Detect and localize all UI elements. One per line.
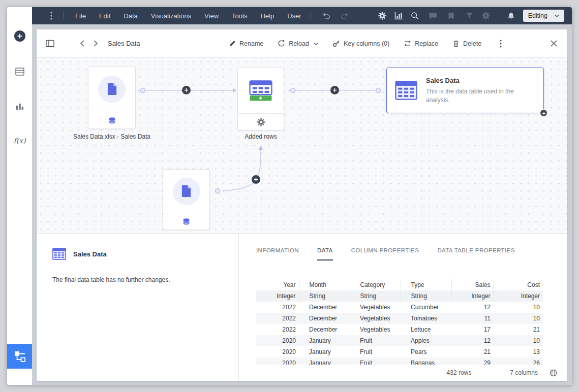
close-canvas-button[interactable]	[551, 40, 557, 47]
tab-information[interactable]: INFORMATION	[256, 247, 299, 260]
column-header[interactable]: Category	[350, 279, 401, 290]
column-header[interactable]: Type	[401, 279, 451, 290]
tab-column-properties[interactable]: COLUMN PROPERTIES	[351, 247, 419, 260]
table-details-panel: INFORMATION DATA COLUMN PROPERTIES DATA …	[239, 234, 567, 381]
canvas-title: Sales Data	[108, 40, 140, 47]
settings-button[interactable]	[377, 11, 387, 21]
search-button[interactable]	[410, 11, 420, 21]
forward-button[interactable]	[90, 39, 101, 49]
source-node-sales-data-xlsx[interactable]	[88, 66, 136, 129]
divider	[64, 12, 64, 19]
file-circle	[98, 76, 126, 103]
source-node-secondary[interactable]	[163, 169, 210, 230]
menu-data[interactable]: Data	[124, 12, 137, 20]
data-table-icon	[395, 80, 417, 101]
data-canvas[interactable]: Sales Data.xlsx - Sales Data	[37, 58, 567, 234]
comments-button[interactable]	[428, 11, 438, 21]
functions-icon: f(x)	[14, 137, 26, 145]
functions-button[interactable]: f(x)	[14, 136, 25, 145]
menu-view[interactable]: View	[204, 12, 219, 20]
data-canvas-button[interactable]	[7, 344, 32, 369]
data-panel-button[interactable]	[14, 67, 25, 76]
rename-button[interactable]: Rename	[229, 40, 263, 47]
cell: December	[299, 313, 350, 324]
bookmarks-button[interactable]	[446, 11, 456, 21]
cell: January	[299, 346, 350, 357]
data-canvas-header: Sales Data Rename Reload	[37, 29, 567, 58]
operation-node-added-rows[interactable]	[237, 68, 284, 130]
add-button[interactable]	[14, 30, 25, 42]
more-actions-button[interactable]	[496, 39, 506, 49]
insert-step-button-3[interactable]	[252, 175, 260, 184]
summary-description: The final data table has no further chan…	[52, 276, 226, 283]
menu-user[interactable]: User	[287, 12, 301, 20]
redo-button[interactable]	[340, 11, 350, 21]
notifications-button[interactable]	[506, 11, 516, 21]
menu-tools[interactable]: Tools	[232, 12, 247, 20]
tab-data[interactable]: DATA	[317, 247, 333, 260]
app-window: f(x) File Edit Data Visualizations View …	[7, 7, 572, 385]
comments-icon	[429, 12, 437, 20]
visualizations-button[interactable]	[14, 102, 25, 111]
details-tabs: INFORMATION DATA COLUMN PROPERTIES DATA …	[239, 234, 567, 260]
column-type: String	[350, 290, 401, 302]
column-header[interactable]: Sales	[451, 279, 494, 290]
add-transformation-button[interactable]	[539, 109, 548, 117]
cell: 10	[494, 313, 543, 324]
tab-data-table-properties[interactable]: DATA TABLE PROPERTIES	[437, 247, 514, 260]
node-label: Sales Data.xlsx - Sales Data	[56, 133, 168, 140]
menu-help[interactable]: Help	[260, 12, 274, 20]
cell: 10	[494, 335, 543, 346]
table-row: 2022 December Vegetables Cucumber 12 10	[256, 302, 543, 313]
cell: Pears	[401, 346, 451, 357]
panel-toggle-button[interactable]	[45, 39, 55, 49]
gear-icon	[378, 12, 386, 20]
preferences-button[interactable]	[481, 11, 491, 21]
chevron-down-icon	[314, 42, 318, 45]
column-header-row: Year Month Category Type Sales Cost	[256, 279, 543, 290]
pencil-icon	[229, 40, 236, 47]
final-table-node-sales-data[interactable]: Sales Data This is the data table used i…	[386, 68, 544, 113]
filter-button[interactable]	[465, 11, 475, 21]
locale-button[interactable]	[550, 369, 557, 377]
main-menu-kebab-button[interactable]	[46, 11, 56, 21]
column-type: String	[299, 290, 350, 302]
key-icon	[332, 40, 340, 47]
analytics-button[interactable]	[393, 11, 404, 21]
undo-button[interactable]	[321, 11, 331, 21]
plus-icon	[254, 177, 258, 182]
cell: Apples	[401, 335, 451, 346]
replace-button[interactable]: Replace	[404, 40, 438, 47]
column-header[interactable]: Month	[299, 279, 350, 290]
bottom-panels: Sales Data The final data table has no f…	[37, 234, 567, 381]
cell: Fruit	[350, 357, 401, 365]
data-preview[interactable]: Year Month Category Type Sales Cost Inte…	[239, 279, 567, 365]
column-header[interactable]: Cost	[494, 279, 543, 290]
cell: Vegetables	[350, 302, 401, 313]
reload-label: Reload	[289, 40, 309, 47]
key-columns-button[interactable]: Key columns (0)	[332, 40, 389, 47]
redo-icon	[341, 12, 349, 20]
insert-step-button-2[interactable]	[330, 86, 339, 94]
insert-step-button-1[interactable]	[182, 86, 191, 94]
menu-edit[interactable]: Edit	[99, 12, 110, 20]
reload-button[interactable]: Reload	[278, 40, 318, 47]
cell: 26	[494, 357, 543, 365]
column-header[interactable]: Year	[256, 279, 299, 290]
panel-toggle-icon	[46, 40, 54, 47]
data-table-icon	[52, 248, 66, 260]
reload-icon	[278, 40, 285, 47]
delete-button[interactable]: Delete	[452, 40, 481, 47]
menu-file[interactable]: File	[75, 12, 86, 20]
globe-icon	[550, 369, 557, 377]
mode-dropdown[interactable]: Editing	[523, 10, 564, 22]
cell: Lettuce	[401, 324, 451, 335]
cell: Tomatoes	[401, 313, 451, 324]
screen: { "colors": { "topbar_bg": "#323e52", "a…	[0, 0, 579, 392]
search-icon	[411, 12, 419, 20]
cell: 2022	[256, 313, 299, 324]
column-type: String	[401, 290, 451, 302]
back-button[interactable]	[77, 39, 87, 49]
gear-icon	[257, 118, 265, 126]
menu-visualizations[interactable]: Visualizations	[151, 12, 191, 20]
